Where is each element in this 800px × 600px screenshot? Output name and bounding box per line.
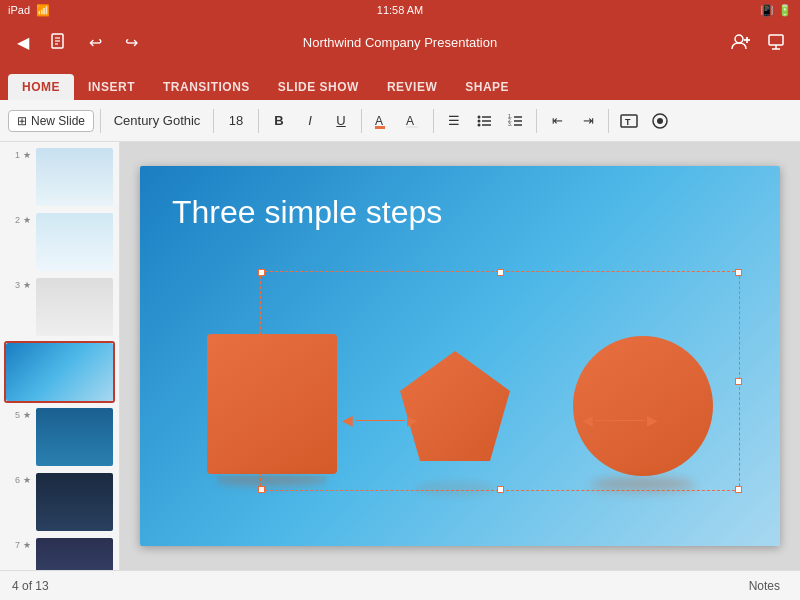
slide-number-7: 7 (6, 538, 20, 550)
svg-point-29 (657, 118, 663, 124)
slide-star-3: ★ (23, 278, 33, 290)
main-content: 1★2★3★45★6★7★8★9★10★ Three simple steps (0, 142, 800, 570)
slide-title: Three simple steps (140, 166, 780, 231)
tab-review[interactable]: REVIEW (373, 74, 451, 100)
slide-thumb-6[interactable]: 6★ (4, 471, 115, 533)
indent-decrease-button[interactable]: ⇤ (543, 106, 571, 136)
shape-pentagon-wrapper[interactable] (390, 341, 520, 496)
slide-thumb-4[interactable]: 4 (4, 341, 115, 403)
slide-thumb-7[interactable]: 7★ (4, 536, 115, 570)
svg-point-16 (478, 123, 481, 126)
numbered-list-button[interactable]: 1. 2. 3. (502, 106, 530, 136)
highlight-button[interactable]: A (399, 106, 427, 136)
slide-panel[interactable]: 1★2★3★45★6★7★8★9★10★ (0, 142, 120, 570)
slide-info: 4 of 13 (12, 579, 741, 593)
new-slide-button[interactable]: ⊞ New Slide (8, 110, 94, 132)
shape-pentagon[interactable] (390, 341, 520, 481)
slide-thumb-1[interactable]: 1★ (4, 146, 115, 208)
italic-button[interactable]: I (296, 106, 324, 136)
presentation-title: Northwind Company Presentation (303, 35, 497, 50)
slide-number-6: 6 (6, 473, 20, 485)
slide-star-7: ★ (23, 538, 33, 550)
separator-4 (361, 109, 362, 133)
bottom-bar: 4 of 13 Notes (0, 570, 800, 600)
undo-button[interactable]: ↩ (80, 27, 110, 57)
separator-7 (608, 109, 609, 133)
svg-text:A: A (375, 114, 383, 128)
slide-image-2 (36, 213, 113, 271)
separator-1 (100, 109, 101, 133)
slide-image-4 (6, 343, 113, 401)
slide-image-6 (36, 473, 113, 531)
align-left-button[interactable]: ☰ (440, 106, 468, 136)
battery-icon: 🔋 (778, 4, 792, 17)
shape-square-wrapper[interactable] (207, 334, 337, 496)
indent-increase-button[interactable]: ⇥ (574, 106, 602, 136)
bluetooth-icon: 📳 (760, 4, 774, 17)
status-bar: iPad 📶 11:58 AM 📳 🔋 (0, 0, 800, 20)
slide-canvas-area[interactable]: Three simple steps (120, 142, 800, 570)
redo-button[interactable]: ↪ (116, 27, 146, 57)
handle-tl[interactable] (258, 269, 265, 276)
slide-star-2: ★ (23, 213, 33, 225)
new-slide-label: New Slide (31, 114, 85, 128)
slide-thumb-3[interactable]: 3★ (4, 276, 115, 338)
ipad-label: iPad (8, 4, 30, 16)
tab-transitions[interactable]: TRANSITIONS (149, 74, 264, 100)
present-button[interactable] (762, 27, 792, 57)
separator-2 (213, 109, 214, 133)
handle-tr[interactable] (735, 269, 742, 276)
new-slide-icon: ⊞ (17, 114, 27, 128)
slide-image-3 (36, 278, 113, 336)
text-box-button[interactable]: T (615, 106, 643, 136)
separator-3 (258, 109, 259, 133)
svg-text:A: A (406, 114, 414, 128)
wifi-icon: 📶 (36, 4, 50, 17)
slide-image-7 (36, 538, 113, 570)
shapes-container (180, 334, 740, 496)
tab-bar: HOME INSERT TRANSITIONS SLIDE SHOW REVIE… (0, 64, 800, 100)
slide-thumb-2[interactable]: 2★ (4, 211, 115, 273)
notes-button[interactable]: Notes (741, 577, 788, 595)
tab-shape[interactable]: SHAPE (451, 74, 523, 100)
svg-point-15 (478, 119, 481, 122)
status-time: 11:58 AM (377, 4, 423, 16)
slide-thumb-5[interactable]: 5★ (4, 406, 115, 468)
file-button[interactable] (44, 27, 74, 57)
smart-art-button[interactable] (646, 106, 674, 136)
tab-home[interactable]: HOME (8, 74, 74, 100)
tab-insert[interactable]: INSERT (74, 74, 149, 100)
svg-point-4 (735, 35, 743, 43)
slide-number-1: 1 (6, 148, 20, 160)
svg-text:3.: 3. (508, 121, 512, 127)
svg-text:T: T (625, 117, 631, 127)
slide-canvas[interactable]: Three simple steps (140, 166, 780, 546)
underline-button[interactable]: U (327, 106, 355, 136)
format-bar: ⊞ New Slide Century Gothic 18 B I U A A … (0, 100, 800, 142)
slide-number-5: 5 (6, 408, 20, 420)
slide-image-1 (36, 148, 113, 206)
slide-star-5: ★ (23, 408, 33, 420)
font-size-button[interactable]: 18 (220, 106, 252, 136)
slide-star-6: ★ (23, 473, 33, 485)
slide-star-1: ★ (23, 148, 33, 160)
back-button[interactable]: ◀ (8, 27, 38, 57)
bullet-list-button[interactable] (471, 106, 499, 136)
handle-tm[interactable] (497, 269, 504, 276)
shape-square[interactable] (207, 334, 337, 474)
slide-number-3: 3 (6, 278, 20, 290)
shape-circle[interactable] (573, 336, 713, 476)
svg-marker-30 (400, 351, 510, 461)
font-name-button[interactable]: Century Gothic (107, 106, 207, 136)
font-color-button[interactable]: A (368, 106, 396, 136)
tab-slideshow[interactable]: SLIDE SHOW (264, 74, 373, 100)
svg-rect-7 (769, 35, 783, 45)
svg-point-14 (478, 115, 481, 118)
title-bar: ◀ ↩ ↪ Northwind Company Presentation (0, 20, 800, 64)
shape-circle-wrapper[interactable] (573, 336, 713, 496)
separator-5 (433, 109, 434, 133)
slide-image-5 (36, 408, 113, 466)
bold-button[interactable]: B (265, 106, 293, 136)
svg-rect-11 (375, 126, 385, 129)
add-user-button[interactable] (726, 27, 756, 57)
